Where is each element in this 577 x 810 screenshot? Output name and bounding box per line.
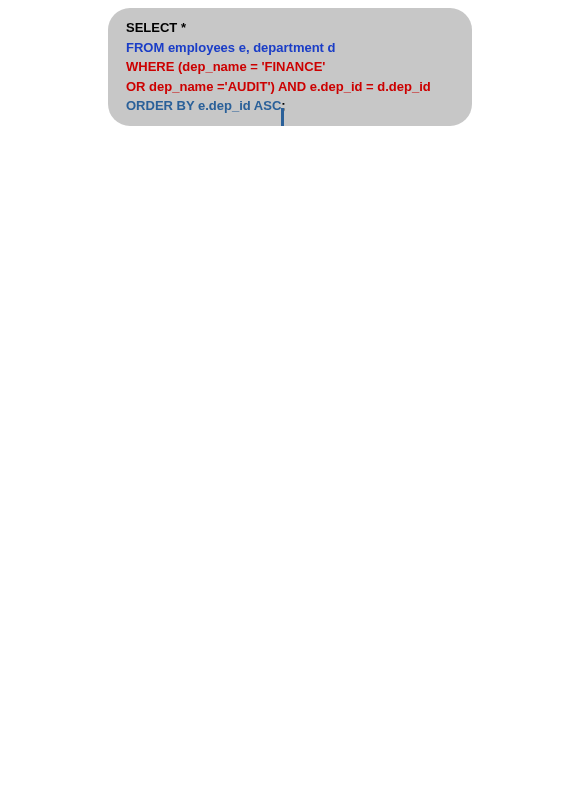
sql-where-1: WHERE (dep_name = 'FINANCE' <box>126 59 325 74</box>
sql-where-2: OR dep_name ='AUDIT') AND e.dep_id = d.d… <box>126 79 431 94</box>
sql-from: FROM employees e, department d <box>126 40 336 55</box>
sql-order: ORDER BY e.dep_id ASC <box>126 98 281 113</box>
flow-arrow-1 <box>268 108 296 126</box>
sql-select: SELECT * <box>126 20 186 35</box>
